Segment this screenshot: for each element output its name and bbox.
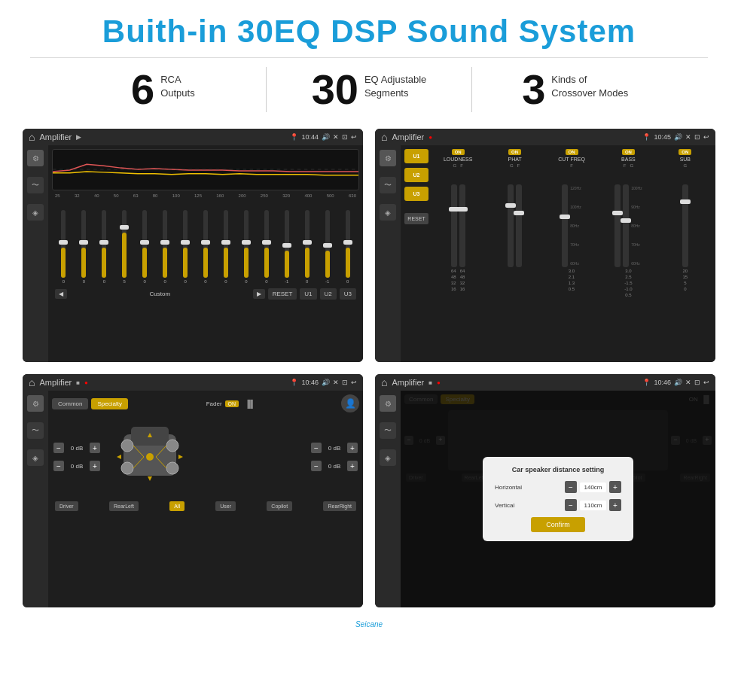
bass-slider-2[interactable] [623, 184, 629, 267]
sidebar-wave-icon-4[interactable]: 〜 [380, 422, 396, 439]
rearleft-btn[interactable]: RearLeft [109, 501, 139, 511]
tab-specialty-3[interactable]: Specialty [91, 398, 127, 409]
db-plus-tl[interactable]: + [90, 443, 100, 453]
loudness-on[interactable]: ON [452, 149, 465, 155]
sub-slider-1[interactable] [682, 184, 688, 267]
user-icon-3[interactable]: 👤 [341, 394, 359, 412]
sidebar-eq-icon-2[interactable]: ⚙ [380, 150, 396, 166]
window-icon-3[interactable]: ⊡ [342, 379, 348, 386]
slider-1[interactable]: 0 [55, 210, 72, 284]
user-btn[interactable]: User [215, 501, 236, 511]
loudness-slider-1[interactable] [451, 184, 457, 267]
all-btn[interactable]: All [169, 501, 184, 511]
phat-on[interactable]: ON [508, 149, 521, 155]
screenshots-grid: ⌂ Amplifier ▶ 📍 10:44 🔊 ✕ ⊡ ↩ ⚙ 〜 ◈ [0, 121, 738, 615]
slider-6[interactable]: 0 [157, 210, 174, 284]
db-minus-bl[interactable]: − [53, 461, 64, 471]
window-icon-4[interactable]: ⊡ [694, 379, 700, 386]
confirm-button[interactable]: Confirm [531, 517, 585, 532]
copilot-btn[interactable]: Copilot [267, 501, 292, 511]
amp-u3-btn[interactable]: U3 [404, 187, 428, 201]
eq-prev-btn[interactable]: ◀ [55, 289, 67, 299]
db-plus-br[interactable]: + [347, 461, 358, 471]
db-minus-br[interactable]: − [311, 461, 322, 471]
phat-slider-2[interactable] [516, 184, 522, 267]
cutfreq-label: CUT FREQ [558, 157, 585, 162]
back-icon-2[interactable]: ↩ [703, 133, 709, 141]
db-minus-tr[interactable]: − [311, 443, 322, 453]
bass-on[interactable]: ON [622, 149, 635, 155]
dialog-vertical-plus[interactable]: + [609, 499, 621, 511]
svg-point-3 [121, 440, 133, 452]
amp-reset-btn[interactable]: RESET [404, 213, 428, 224]
sidebar-speaker-icon-4[interactable]: ◈ [380, 449, 396, 466]
dialog-horizontal-minus[interactable]: − [565, 481, 577, 493]
phat-slider-1[interactable] [508, 184, 514, 267]
slider-10[interactable]: 0 [237, 210, 255, 284]
slider-4[interactable]: 5 [116, 210, 133, 284]
close-icon-1[interactable]: ✕ [333, 133, 339, 141]
eq-reset-btn[interactable]: RESET [268, 288, 297, 300]
screen2-time: 10:45 [654, 133, 671, 141]
slider-12[interactable]: -1 [278, 210, 295, 284]
eq-next-btn[interactable]: ▶ [253, 289, 265, 299]
dialog-vertical-minus[interactable]: − [565, 499, 577, 511]
status-bar-1: ⌂ Amplifier ▶ 📍 10:44 🔊 ✕ ⊡ ↩ [23, 129, 363, 145]
db-plus-bl[interactable]: + [90, 461, 100, 471]
sidebar-speaker-icon-3[interactable]: ◈ [27, 449, 44, 466]
slider-15[interactable]: 0 [339, 210, 356, 284]
loudness-slider-2[interactable] [459, 184, 465, 267]
cutfreq-slider-1[interactable] [562, 184, 568, 267]
tab-common-3[interactable]: Common [52, 398, 88, 409]
watermark-text: Seicane [355, 620, 383, 628]
screen-speaker: ⌂ Amplifier ■ ● 📍 10:46 🔊 ✕ ⊡ ↩ ⚙ 〜 ◈ [23, 374, 363, 607]
home-icon-1[interactable]: ⌂ [29, 131, 35, 143]
slider-5[interactable]: 0 [136, 210, 154, 284]
slider-14[interactable]: -1 [319, 210, 336, 284]
window-icon-1[interactable]: ⊡ [342, 133, 348, 141]
slider-11[interactable]: 0 [258, 210, 275, 284]
back-icon-3[interactable]: ↩ [351, 379, 357, 386]
sidebar-wave-icon[interactable]: 〜 [27, 177, 44, 193]
eq-u1-btn[interactable]: U1 [300, 288, 316, 300]
close-icon-4[interactable]: ✕ [685, 379, 691, 386]
close-icon-2[interactable]: ✕ [685, 133, 691, 141]
sidebar-eq-icon[interactable]: ⚙ [27, 150, 44, 166]
sidebar-speaker-icon[interactable]: ◈ [27, 204, 44, 221]
sidebar-speaker-icon-2[interactable]: ◈ [380, 204, 396, 221]
sub-on[interactable]: ON [679, 149, 691, 155]
slider-9[interactable]: 0 [218, 210, 235, 284]
bass-labels: 100Hz90Hz80Hz70Hz60Hz [631, 184, 642, 267]
eq-u3-btn[interactable]: U3 [340, 288, 356, 300]
fader-on-3[interactable]: ON [225, 400, 239, 407]
sidebar-wave-icon-3[interactable]: 〜 [27, 422, 44, 439]
slider-3[interactable]: 0 [96, 210, 113, 284]
slider-8[interactable]: 0 [197, 210, 215, 284]
window-icon-2[interactable]: ⊡ [694, 133, 700, 141]
driver-btn[interactable]: Driver [55, 501, 78, 511]
slider-13[interactable]: 0 [298, 210, 316, 284]
rearright-btn[interactable]: RearRight [323, 501, 356, 511]
home-icon-4[interactable]: ⌂ [381, 376, 387, 388]
back-icon-1[interactable]: ↩ [351, 133, 357, 141]
eq-u2-btn[interactable]: U2 [320, 288, 337, 300]
home-icon-2[interactable]: ⌂ [381, 131, 387, 143]
sidebar-eq-icon-4[interactable]: ⚙ [380, 395, 396, 412]
slider-2[interactable]: 0 [75, 210, 93, 284]
phat-sub: G F [510, 163, 520, 168]
db-minus-tl[interactable]: − [53, 443, 64, 453]
back-icon-4[interactable]: ↩ [703, 379, 709, 386]
home-icon-3[interactable]: ⌂ [29, 376, 35, 388]
amp-u1-btn[interactable]: U1 [404, 149, 428, 163]
sidebar-eq-icon-3[interactable]: ⚙ [27, 395, 44, 412]
left-sidebar-2: ⚙ 〜 ◈ [375, 145, 401, 362]
cutfreq-on[interactable]: ON [566, 149, 578, 155]
amp-u2-btn[interactable]: U2 [404, 168, 428, 182]
bass-slider-1[interactable] [614, 184, 621, 267]
slider-7[interactable]: 0 [177, 210, 194, 284]
sidebar-wave-icon-2[interactable]: 〜 [380, 177, 396, 193]
close-icon-3[interactable]: ✕ [333, 379, 339, 386]
dialog-horizontal-plus[interactable]: + [609, 481, 621, 493]
db-plus-tr[interactable]: + [347, 443, 358, 453]
tab-row-3: Common Specialty [52, 398, 128, 409]
